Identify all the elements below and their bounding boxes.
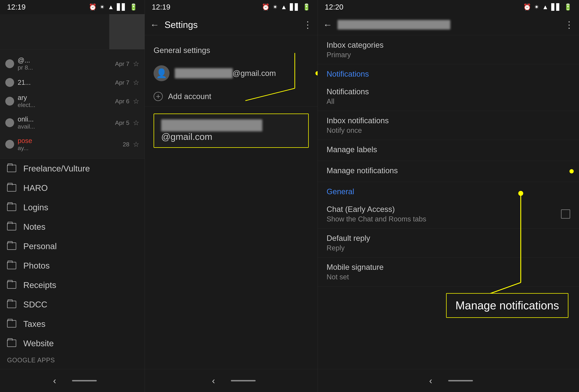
sidebar-item-label: Receipts (23, 280, 56, 290)
sidebar-item-website[interactable]: Website (0, 333, 145, 353)
section-google-apps: GOOGLE APPS (0, 353, 145, 366)
wifi-icon: ▲ (108, 3, 114, 11)
email-preview-1[interactable]: @... pr 8... Apr 7 ☆ (0, 53, 145, 75)
sidebar-item-label: Website (23, 338, 54, 348)
sidebar-item-taxes[interactable]: Taxes (0, 314, 145, 333)
battery-icon-3: 🔋 (564, 3, 572, 11)
back-arrow-3[interactable]: ← (323, 19, 332, 30)
mobile-sig-value: Not set (327, 273, 570, 281)
folder-list: Freelance/Vulture HARO Logins Notes Pers… (0, 159, 145, 353)
status-icons-2: ⏰ ✴ ▲ ▋▋ 🔋 (262, 3, 310, 11)
account-item[interactable]: 👤 ██████████@gmail.com (145, 60, 318, 86)
email-preview-3[interactable]: ary elect... Apr 6 ☆ (0, 90, 145, 112)
back-arrow-2[interactable]: ← (150, 19, 159, 30)
sidebar-item-calendar[interactable]: Calendar (0, 366, 145, 369)
sidebar-item-logins[interactable]: Logins (0, 198, 145, 217)
sidebar-item-label: HARO (23, 183, 48, 193)
notifications-value: All (327, 97, 570, 105)
inbox-notifications-value: Notify once (327, 126, 570, 134)
settings-title: Settings (164, 19, 298, 30)
sidebar-item-notes[interactable]: Notes (0, 217, 145, 236)
sidebar-item-photos[interactable]: Photos (0, 256, 145, 275)
manage-labels-item[interactable]: Manage labels (318, 140, 579, 161)
blurred-email: ██████████ (175, 68, 233, 78)
inbox-categories-item[interactable]: Inbox categories Primary (318, 35, 579, 64)
nav-pill-2 (231, 380, 256, 381)
folder-icon (7, 281, 16, 289)
manage-notif-callout-box: Manage notifications (446, 293, 568, 318)
chat-value: Show the Chat and Rooms tabs (327, 215, 426, 223)
sidebar-item-label: Taxes (23, 319, 45, 329)
email-preview-2[interactable]: 21... Apr 7 ☆ (0, 75, 145, 90)
manage-notif-callout-text: Manage notifications (455, 299, 559, 312)
header-email-container: ████████████████████ (338, 20, 559, 29)
nav-pill-3 (448, 380, 473, 381)
sidebar-item-receipts[interactable]: Receipts (0, 275, 145, 295)
bluetooth-icon-2: ✴ (273, 3, 278, 11)
avatar: 👤 (153, 65, 169, 81)
status-icons-3: ⏰ ✴ ▲ ▋▋ 🔋 (523, 3, 572, 11)
add-icon: + (153, 92, 163, 101)
back-button-1[interactable]: ‹ (48, 374, 62, 388)
default-reply-item[interactable]: Default reply Reply (318, 229, 579, 257)
inbox-categories-title: Inbox categories (327, 41, 570, 49)
callout-email-suffix: @gmail.com (161, 132, 212, 142)
sidebar-item-freelance-vulture[interactable]: Freelance/Vulture (0, 159, 145, 178)
alarm-icon-3: ⏰ (523, 3, 531, 11)
inbox-notifications-item[interactable]: Inbox notifications Notify once (318, 111, 579, 140)
bottom-nav-2: ‹ (145, 369, 318, 392)
sidebar-item-label: SDCC (23, 300, 47, 309)
email-callout-container: ███████████████@gmail.com (153, 114, 309, 148)
panel-settings: 12:19 ⏰ ✴ ▲ ▋▋ 🔋 ← Settings ⋮ General se… (145, 0, 318, 392)
more-menu-3[interactable]: ⋮ (565, 19, 574, 30)
add-account-label: Add account (168, 92, 211, 101)
wifi-icon-2: ▲ (281, 3, 287, 11)
alarm-icon-2: ⏰ (262, 3, 270, 11)
account-email-container: ██████████@gmail.com (175, 68, 276, 78)
panel-account-settings: 12:20 ⏰ ✴ ▲ ▋▋ 🔋 ← ████████████████████ … (318, 0, 579, 392)
chat-checkbox[interactable] (561, 209, 570, 219)
folder-icon (7, 242, 16, 250)
back-button-3[interactable]: ‹ (424, 374, 437, 388)
battery-icon: 🔋 (130, 3, 138, 11)
signal-icon-2: ▋▋ (290, 3, 300, 11)
wifi-icon-3: ▲ (542, 3, 548, 11)
mobile-signature-item[interactable]: Mobile signature Not set (318, 257, 579, 286)
folder-icon (7, 223, 16, 231)
bluetooth-icon: ✴ (100, 3, 105, 11)
sidebar-list: @... pr 8... Apr 7 ☆ 21... Apr 7 ☆ ary (0, 49, 145, 369)
notifications-section-header: Notifications (318, 64, 579, 82)
folder-icon (7, 301, 16, 308)
callout-dot-manage-notif (570, 169, 574, 173)
email-suffix: @gmail.com (233, 69, 276, 78)
inbox-categories-value: Primary (327, 51, 570, 59)
callout-blurred-email: ███████████████ (161, 119, 262, 131)
general-section-header: General (318, 182, 579, 200)
sidebar-item-label: Freelance/Vulture (23, 164, 90, 173)
email-preview-5[interactable]: pose ay... 28 ☆ (0, 134, 145, 155)
notifications-title: Notifications (327, 87, 570, 96)
manage-notifications-item[interactable]: Manage notifications (318, 161, 579, 182)
chat-item[interactable]: Chat (Early Access) Show the Chat and Ro… (318, 200, 579, 229)
email-preview-4[interactable]: onli... avail... Apr 5 ☆ (0, 112, 145, 134)
back-button-2[interactable]: ‹ (207, 374, 220, 388)
add-account-item[interactable]: + Add account (145, 86, 318, 106)
notifications-item[interactable]: Notifications All (318, 82, 579, 111)
settings-header: ← Settings ⋮ (145, 14, 318, 35)
settings-content: General settings 👤 ██████████@gmail.com … (145, 35, 318, 369)
time-1: 12:19 (7, 3, 26, 11)
status-bar-1: 12:19 ⏰ ✴ ▲ ▋▋ 🔋 (0, 0, 145, 14)
time-2: 12:19 (152, 3, 170, 11)
manage-labels-title: Manage labels (327, 145, 570, 154)
sidebar-item-personal[interactable]: Personal (0, 236, 145, 256)
chat-title: Chat (Early Access) (327, 205, 426, 214)
status-bar-3: 12:20 ⏰ ✴ ▲ ▋▋ 🔋 (318, 0, 579, 14)
email-highlight-box: ███████████████@gmail.com (153, 114, 309, 148)
default-reply-title: Default reply (327, 234, 570, 243)
folder-icon (7, 204, 16, 211)
sidebar-item-sdcc[interactable]: SDCC (0, 295, 145, 314)
sidebar-item-label: Photos (23, 261, 50, 271)
sidebar-item-haro[interactable]: HARO (0, 178, 145, 198)
alarm-icon: ⏰ (89, 3, 97, 11)
more-menu-2[interactable]: ⋮ (303, 19, 312, 30)
